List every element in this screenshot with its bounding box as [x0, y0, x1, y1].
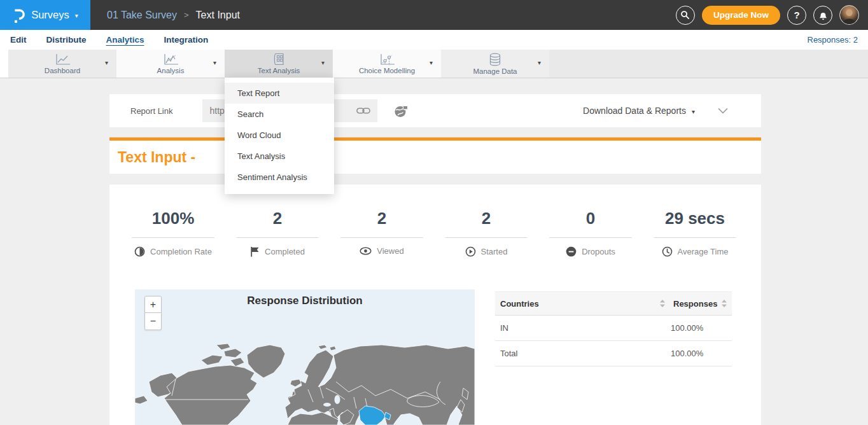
- stat-value: 100%: [121, 209, 225, 228]
- tab-label: Manage Data: [473, 67, 517, 75]
- map-zoom-controls: + −: [144, 296, 162, 330]
- stat-label: Completed: [265, 247, 305, 256]
- report-link-label: Report Link: [130, 106, 172, 116]
- tab-text-analysis[interactable]: Text Analysis ▾: [225, 50, 333, 78]
- stat-label: Completion Rate: [150, 247, 212, 256]
- tab-dashboard[interactable]: Dashboard ▾: [8, 50, 116, 78]
- minus-circle-icon: [566, 246, 577, 257]
- bell-icon: [818, 10, 828, 20]
- header-actions: Upgrade Now ?: [676, 5, 868, 25]
- countries-table-header: Countries Responses: [495, 291, 732, 316]
- upgrade-now-button[interactable]: Upgrade Now: [702, 6, 780, 25]
- nav-item-distribute[interactable]: Distribute: [46, 35, 87, 45]
- chevron-down-icon[interactable]: ▾: [213, 59, 216, 66]
- menu-item-text-report[interactable]: Text Report: [225, 83, 334, 104]
- chevron-down-icon[interactable]: ▾: [430, 59, 433, 66]
- search-button[interactable]: [676, 6, 695, 25]
- nav-item-integration[interactable]: Integration: [164, 35, 209, 45]
- analytics-tabbar: Dashboard ▾ Analysis ▾ Text Analysis ▾: [0, 50, 868, 78]
- clock-icon: [662, 246, 673, 257]
- link-icon[interactable]: [356, 106, 370, 115]
- map-zoom-out-button[interactable]: −: [144, 313, 162, 330]
- stat-value: 29 secs: [643, 209, 747, 228]
- menu-item-word-cloud[interactable]: Word Cloud: [225, 125, 334, 146]
- text-report-icon: [271, 53, 286, 66]
- chevron-down-icon: ▾: [75, 12, 78, 19]
- choice-modelling-chart-icon: [379, 53, 395, 66]
- country-cell: Total: [500, 349, 671, 358]
- dashboard-chart-icon: [54, 53, 71, 66]
- stat-started: 2 Started: [434, 209, 538, 257]
- tab-label: Text Analysis: [258, 67, 300, 74]
- stat-value: 0: [538, 209, 643, 228]
- column-header-responses[interactable]: Responses: [673, 299, 715, 309]
- stat-value: 2: [434, 209, 538, 228]
- country-cell: IN: [500, 323, 671, 333]
- question-title-card: Text Input -: [109, 141, 761, 174]
- flag-icon: [250, 246, 260, 257]
- tab-label: Choice Modelling: [359, 67, 415, 74]
- sort-icon[interactable]: [722, 300, 727, 307]
- column-header-countries[interactable]: Countries: [500, 299, 660, 309]
- product-name: Surveys: [31, 9, 69, 21]
- response-distribution-map[interactable]: Response Distribution + −: [135, 289, 475, 425]
- help-button[interactable]: ?: [787, 6, 806, 25]
- user-avatar[interactable]: [839, 5, 859, 25]
- report-visibility-button[interactable]: [394, 104, 409, 118]
- stat-completion-rate: 100% Completion Rate: [121, 209, 225, 257]
- responses-cell: 100.00%: [671, 323, 727, 333]
- tab-choice-modelling[interactable]: Choice Modelling ▾: [333, 50, 441, 78]
- breadcrumb-separator: >: [184, 10, 189, 20]
- chevron-down-icon[interactable]: ▾: [105, 59, 108, 66]
- tab-label: Dashboard: [45, 67, 80, 74]
- countries-table: Countries Responses IN 100.00% Total 100…: [495, 291, 732, 366]
- stat-dropouts: 0 Dropouts: [538, 209, 643, 257]
- menu-item-text-analysis[interactable]: Text Analysis: [225, 146, 334, 167]
- page-title: Text Input -: [118, 149, 195, 166]
- responses-count: Responses: 2: [808, 35, 858, 45]
- menu-item-search[interactable]: Search: [225, 104, 334, 125]
- product-switcher[interactable]: Surveys ▾: [0, 0, 90, 30]
- chevron-down-icon: ▾: [692, 108, 695, 115]
- play-circle-icon: [465, 246, 476, 257]
- sort-icon[interactable]: [660, 300, 665, 307]
- questionpro-logo-icon: [12, 7, 25, 24]
- map-zoom-in-button[interactable]: +: [144, 296, 162, 313]
- completion-rate-icon: [134, 246, 145, 257]
- menu-item-sentiment-analysis[interactable]: Sentiment Analysis: [225, 167, 334, 188]
- download-data-reports-label: Download Data & Reports: [583, 106, 686, 116]
- nav-item-analytics[interactable]: Analytics: [106, 35, 144, 45]
- analytics-summary-card: 100% Completion Rate 2: [109, 185, 761, 425]
- tab-analysis[interactable]: Analysis ▾: [116, 50, 225, 78]
- breadcrumb-survey-link[interactable]: 01 Take Survey: [107, 10, 177, 21]
- responses-cell: 100.00%: [671, 349, 727, 358]
- breadcrumb-current-page: Text Input: [196, 10, 240, 21]
- table-row: IN 100.00%: [495, 316, 732, 341]
- stat-value: 2: [225, 209, 330, 228]
- tab-manage-data[interactable]: Manage Data ▾: [441, 50, 549, 78]
- globe-lock-icon: [394, 104, 409, 118]
- notifications-button[interactable]: [813, 6, 832, 25]
- tab-label: Analysis: [157, 67, 185, 74]
- stat-label: Average Time: [678, 247, 729, 256]
- chevron-down-icon[interactable]: ▾: [321, 59, 325, 66]
- top-header: Surveys ▾ 01 Take Survey > Text Input Up…: [0, 0, 868, 30]
- stat-viewed: 2 Viewed: [330, 209, 434, 257]
- survey-nav: Edit Distribute Analytics Integration Re…: [0, 30, 868, 50]
- collapse-panel-button[interactable]: [718, 108, 728, 114]
- nav-item-edit[interactable]: Edit: [10, 35, 27, 45]
- download-data-reports-menu[interactable]: Download Data & Reports ▾: [583, 106, 695, 116]
- tabbar-filler: [549, 50, 868, 78]
- chevron-down-icon[interactable]: ▾: [538, 59, 541, 66]
- avatar-photo: [840, 6, 858, 24]
- stats-row: 100% Completion Rate 2: [121, 185, 747, 257]
- report-link-card: Report Link https://ww Download Data & R…: [109, 94, 761, 127]
- database-icon: [488, 53, 502, 66]
- world-map: [135, 344, 475, 425]
- stat-label: Dropouts: [582, 247, 615, 256]
- eye-icon: [360, 247, 372, 255]
- stat-completed: 2 Completed: [225, 209, 330, 257]
- question-mark-icon: ?: [794, 10, 799, 20]
- stat-value: 2: [330, 209, 434, 228]
- breadcrumb: 01 Take Survey > Text Input: [107, 10, 240, 21]
